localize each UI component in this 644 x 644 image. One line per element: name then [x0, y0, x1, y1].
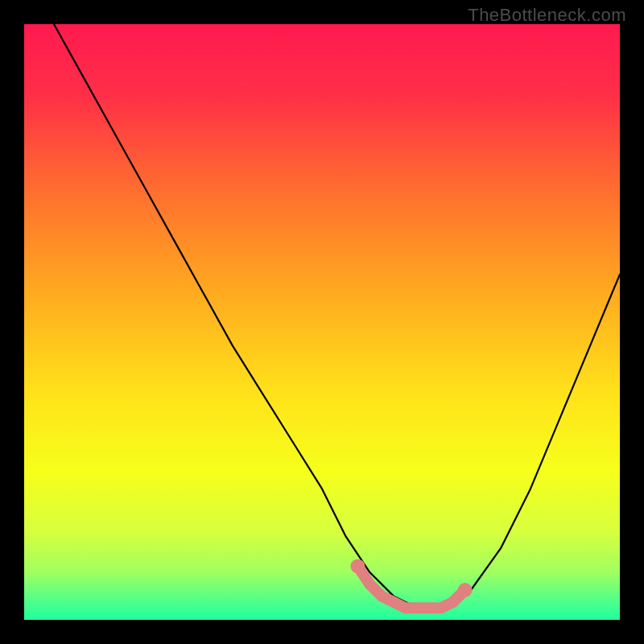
svg-point-1 [350, 559, 365, 573]
optimal-range-stroke [357, 566, 464, 608]
outer-frame: TheBottleneck.com [0, 0, 644, 644]
chart-svg [24, 24, 620, 620]
plot-area [24, 24, 620, 620]
svg-point-2 [458, 583, 473, 597]
watermark-text: TheBottleneck.com [468, 5, 626, 26]
bottleneck-curve [54, 24, 620, 608]
